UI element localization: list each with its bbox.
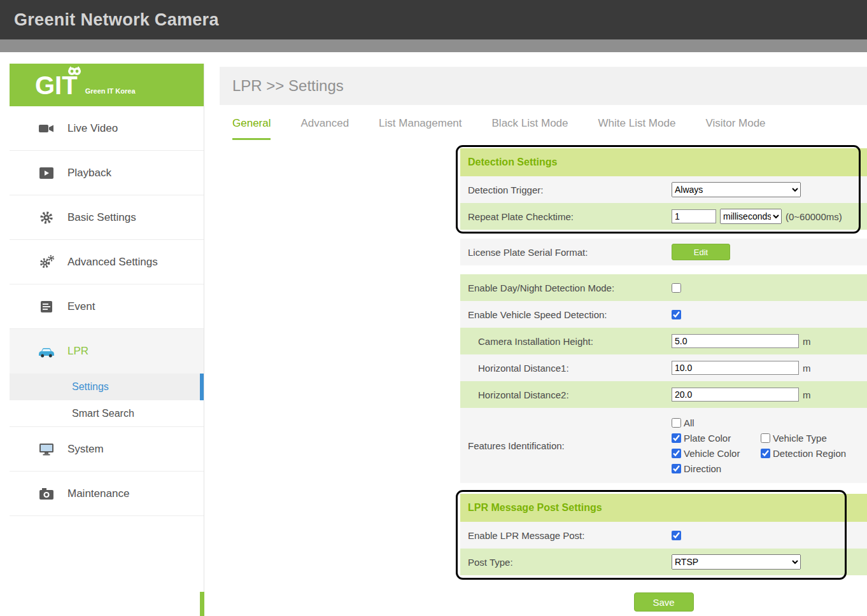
sidebar-nav: Live Video Playback Basic Settings Advan… [10, 106, 204, 516]
sidebar-item-label: LPR [67, 345, 88, 358]
checktime-range-hint: (0~60000ms) [786, 211, 842, 222]
day-night-checkbox[interactable] [672, 283, 681, 293]
serial-format-label: License Plate Serial Format: [460, 247, 672, 258]
feature-vehicle-color[interactable]: Vehicle Color [672, 448, 761, 459]
post-type-select[interactable]: RTSP [672, 554, 801, 570]
features-grid-spacer [761, 417, 846, 428]
feature-direction[interactable]: Direction [672, 463, 761, 474]
horizontal-distance2-input[interactable] [672, 388, 799, 402]
row-vehicle-speed-detection: Enable Vehicle Speed Detection: [460, 301, 867, 328]
row-license-plate-serial-format: License Plate Serial Format: Edit [460, 239, 867, 265]
titlebar-strip [0, 39, 867, 52]
camera-box-icon [38, 487, 55, 500]
section-header-lpr-message-post: LPR Message Post Settings [460, 494, 867, 522]
features-checkbox-group: All Plate Color Vehicle Type Vehicle Col… [672, 411, 846, 480]
save-button[interactable]: Save [634, 592, 694, 612]
video-camera-icon [38, 123, 55, 134]
sidebar-subitem-settings[interactable]: Settings [10, 374, 204, 400]
horizontal-distance2-unit: m [803, 389, 811, 400]
sidebar-item-lpr[interactable]: LPR [10, 329, 204, 374]
repeat-checktime-input[interactable] [672, 209, 716, 223]
save-row: Save [460, 592, 867, 612]
row-detection-trigger: Detection Trigger: Always [460, 176, 867, 203]
edit-button[interactable]: Edit [672, 244, 730, 260]
tab-general[interactable]: General [232, 117, 271, 140]
horizontal-distance1-input[interactable] [672, 361, 799, 375]
tab-visitor-mode[interactable]: Visitor Mode [705, 117, 765, 140]
titlebar: Greenit Network Camera [0, 0, 867, 39]
feature-plate-color-checkbox[interactable] [672, 433, 681, 443]
row-repeat-plate-checktime: Repeat Plate Checktime: milliseconds (0~… [460, 203, 867, 230]
play-icon [38, 167, 55, 179]
tab-white-list-mode[interactable]: White List Mode [598, 117, 676, 140]
camera-height-unit: m [803, 336, 811, 347]
sidebar-item-system[interactable]: System [10, 427, 204, 472]
row-features-identification: Features Identification: All Plate Color… [460, 408, 867, 483]
enable-lpr-post-checkbox[interactable] [672, 531, 681, 540]
sidebar-item-event[interactable]: Event [10, 284, 204, 329]
horizontal-distance1-unit: m [803, 363, 811, 374]
owl-icon [67, 66, 81, 76]
repeat-checktime-label: Repeat Plate Checktime: [460, 211, 672, 222]
sidebar-item-maintenance[interactable]: Maintenance [10, 472, 204, 516]
tab-advanced[interactable]: Advanced [300, 117, 349, 140]
row-enable-lpr-message-post: Enable LPR Message Post: [460, 522, 867, 549]
row-horizontal-distance2: Horizontal Distance2: m [460, 381, 867, 408]
sidebar-scroll-accent [200, 592, 204, 616]
sidebar-item-advanced-settings[interactable]: Advanced Settings [10, 240, 204, 284]
day-night-label: Enable Day/Night Detection Mode: [460, 283, 672, 293]
logo-subtitle: Green IT Korea [85, 87, 136, 95]
tab-list-management[interactable]: List Management [379, 117, 462, 140]
event-page-icon [38, 300, 55, 313]
tab-bar: General Advanced List Management Black L… [232, 117, 766, 140]
app-title: Greenit Network Camera [14, 10, 219, 30]
row-post-type: Post Type: RTSP [460, 549, 867, 575]
vehicle-speed-checkbox[interactable] [672, 310, 681, 319]
sidebar-item-label: Live Video [67, 122, 118, 135]
horizontal-distance1-label: Horizontal Distance1: [460, 363, 672, 374]
breadcrumb-bar: LPR >> Settings [220, 67, 867, 105]
feature-all-checkbox[interactable] [672, 418, 681, 428]
tab-black-list-mode[interactable]: Black List Mode [492, 117, 568, 140]
feature-vehicle-type-checkbox[interactable] [761, 433, 770, 443]
horizontal-distance2-label: Horizontal Distance2: [460, 389, 672, 400]
detection-trigger-select[interactable]: Always [672, 182, 801, 197]
sidebar-subitem-label: Smart Search [72, 408, 134, 419]
row-horizontal-distance1: Horizontal Distance1: m [460, 354, 867, 381]
vehicle-speed-label: Enable Vehicle Speed Detection: [460, 309, 672, 320]
row-camera-installation-height: Camera Installation Height: m [460, 328, 867, 354]
sidebar: GIT Green IT Korea Live Video Playback [10, 64, 204, 616]
sidebar-item-playback[interactable]: Playback [10, 151, 204, 195]
feature-plate-color[interactable]: Plate Color [672, 433, 761, 444]
gears-icon [38, 255, 55, 269]
sidebar-item-label: Event [67, 300, 95, 313]
sidebar-item-label: Playback [67, 167, 111, 179]
sidebar-item-label: Basic Settings [67, 211, 136, 224]
feature-detection-region[interactable]: Detection Region [761, 448, 846, 459]
detection-trigger-label: Detection Trigger: [460, 185, 672, 195]
enable-lpr-post-label: Enable LPR Message Post: [460, 530, 672, 541]
feature-vehicle-color-checkbox[interactable] [672, 449, 681, 458]
car-icon [38, 345, 55, 358]
feature-direction-checkbox[interactable] [672, 464, 681, 473]
checktime-unit-select[interactable]: milliseconds [720, 209, 782, 224]
sidebar-subitem-smart-search[interactable]: Smart Search [10, 400, 204, 427]
logo-brand-text: GIT [35, 73, 78, 98]
sidebar-item-label: Maintenance [67, 487, 129, 500]
sidebar-subitem-label: Settings [72, 381, 109, 393]
camera-height-label: Camera Installation Height: [460, 336, 672, 347]
sidebar-item-basic-settings[interactable]: Basic Settings [10, 195, 204, 240]
sidebar-item-label: System [67, 443, 104, 456]
sidebar-item-live-video[interactable]: Live Video [10, 106, 204, 151]
feature-vehicle-type[interactable]: Vehicle Type [761, 433, 846, 444]
settings-form: Detection Settings Detection Trigger: Al… [460, 148, 867, 612]
gear-icon [38, 211, 55, 225]
section-header-detection-settings: Detection Settings [460, 148, 867, 176]
camera-height-input[interactable] [672, 334, 799, 348]
feature-detection-region-checkbox[interactable] [761, 449, 770, 458]
logo: GIT Green IT Korea [10, 64, 204, 106]
features-identification-label: Features Identification: [460, 440, 672, 451]
sidebar-item-label: Advanced Settings [67, 256, 158, 269]
feature-all[interactable]: All [672, 417, 761, 428]
breadcrumb: LPR >> Settings [232, 77, 344, 95]
